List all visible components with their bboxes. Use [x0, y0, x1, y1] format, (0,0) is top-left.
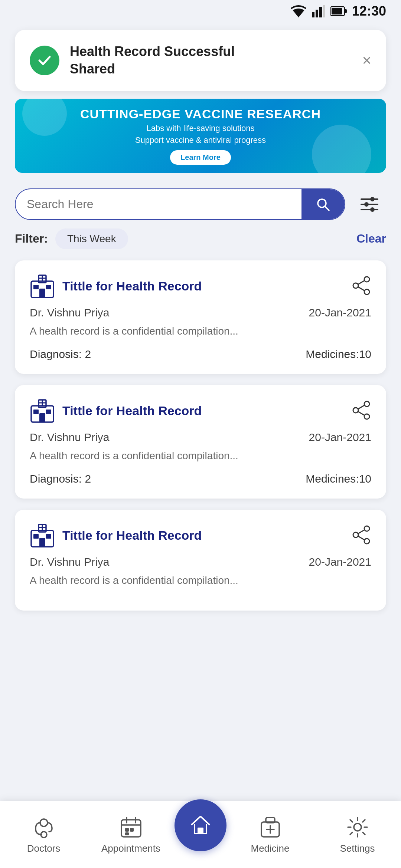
svg-rect-34 [33, 410, 39, 414]
home-icon [187, 812, 214, 839]
share-icon [351, 276, 371, 296]
search-container [15, 188, 386, 221]
card-diagnosis: Diagnosis: 2 [30, 473, 91, 485]
svg-rect-22 [33, 285, 39, 289]
card-doctor-row: Dr. Vishnu Priya 20-Jan-2021 [30, 556, 371, 568]
search-button[interactable] [301, 189, 345, 219]
search-input[interactable] [16, 189, 301, 219]
svg-rect-8 [332, 8, 342, 14]
banner-deco-2 [312, 125, 371, 173]
svg-point-50 [364, 539, 369, 544]
svg-point-14 [364, 202, 369, 207]
card-doctor: Dr. Vishnu Priya [30, 556, 110, 568]
svg-line-27 [358, 280, 365, 284]
svg-rect-46 [33, 534, 39, 539]
record-card: Tittle for Health Record Dr. Vishnu Priy… [15, 260, 386, 374]
card-title-wrap: Tittle for Health Record [30, 274, 202, 299]
svg-line-52 [358, 536, 365, 540]
card-description: A health record is a confidential compil… [30, 323, 371, 339]
banner-learn-more-button[interactable]: Learn More [170, 150, 231, 165]
stethoscope-icon [32, 815, 56, 839]
card-date: 20-Jan-2021 [309, 556, 371, 568]
svg-marker-0 [293, 10, 304, 17]
wifi-icon [290, 5, 307, 17]
hospital-icon [30, 274, 55, 299]
share-button[interactable] [351, 525, 371, 546]
svg-rect-21 [39, 289, 45, 297]
svg-rect-45 [39, 538, 45, 547]
svg-point-53 [40, 819, 48, 826]
svg-point-16 [370, 207, 375, 212]
svg-line-51 [358, 530, 365, 533]
notification-banner: Health Record Successful Shared × [15, 30, 386, 91]
svg-line-10 [325, 206, 329, 210]
card-medicines: Medicines:10 [306, 348, 371, 361]
card-title: Tittle for Health Record [62, 528, 202, 543]
status-bar: 12:30 [0, 0, 401, 22]
svg-rect-3 [316, 10, 318, 17]
nav-home-button[interactable] [175, 799, 226, 851]
signal-icon [312, 5, 325, 17]
share-icon [351, 525, 371, 545]
record-card: Tittle for Health Record Dr. Vishnu Priy… [15, 510, 386, 611]
card-medicines: Medicines:10 [306, 473, 371, 485]
svg-point-12 [370, 197, 375, 201]
svg-rect-7 [345, 9, 347, 13]
filter-clear-button[interactable]: Clear [356, 232, 386, 246]
svg-rect-62 [198, 828, 203, 834]
card-header: Tittle for Health Record [30, 523, 371, 548]
svg-point-37 [353, 408, 358, 413]
svg-rect-47 [46, 534, 51, 539]
nav-item-appointments[interactable]: Appointments [87, 815, 175, 854]
card-description: A health record is a confidential compil… [30, 448, 371, 464]
svg-line-39 [358, 405, 365, 409]
nav-label-doctors: Doctors [27, 843, 61, 854]
nav-item-settings[interactable]: Settings [314, 815, 401, 854]
nav-label-settings: Settings [340, 843, 375, 854]
card-footer: Diagnosis: 2 Medicines:10 [30, 348, 371, 361]
svg-rect-4 [319, 7, 322, 17]
notification-left: Health Record Successful Shared [30, 43, 235, 78]
share-icon [351, 400, 371, 420]
svg-rect-5 [323, 5, 325, 17]
filter-icon [358, 193, 381, 216]
share-button[interactable] [351, 400, 371, 422]
filter-row: Filter: This Week Clear [15, 228, 386, 249]
svg-line-28 [358, 287, 365, 290]
hospital-icon [30, 523, 55, 548]
card-title-wrap: Tittle for Health Record [30, 398, 202, 424]
banner-content: Cutting-edge Vaccine Research Labs with … [80, 107, 321, 165]
card-title-wrap: Tittle for Health Record [30, 523, 202, 548]
svg-line-40 [358, 411, 365, 415]
card-doctor-row: Dr. Vishnu Priya 20-Jan-2021 [30, 431, 371, 444]
status-time: 12:30 [352, 3, 386, 19]
nav-item-medicine[interactable]: Medicine [226, 815, 314, 854]
banner-title: Cutting-edge Vaccine Research [80, 107, 321, 121]
svg-point-26 [364, 289, 369, 295]
svg-point-48 [364, 526, 369, 531]
card-date: 20-Jan-2021 [309, 431, 371, 444]
search-icon [315, 196, 331, 213]
banner-image: Cutting-edge Vaccine Research Labs with … [15, 99, 386, 173]
card-description: A health record is a confidential compil… [30, 573, 371, 588]
hospital-icon [30, 398, 55, 424]
svg-rect-60 [130, 828, 134, 832]
nav-item-doctors[interactable]: Doctors [0, 815, 87, 854]
svg-point-67 [354, 823, 361, 831]
filter-icon-button[interactable] [353, 188, 386, 221]
card-footer: Diagnosis: 2 Medicines:10 [30, 473, 371, 485]
svg-rect-35 [46, 410, 51, 414]
search-input-wrap [15, 188, 345, 220]
settings-icon [346, 815, 369, 839]
share-button[interactable] [351, 276, 371, 297]
card-header: Tittle for Health Record [30, 398, 371, 424]
svg-rect-23 [46, 285, 51, 289]
card-diagnosis: Diagnosis: 2 [30, 348, 91, 361]
svg-rect-33 [39, 413, 45, 422]
medicine-icon [258, 815, 282, 839]
nav-label-medicine: Medicine [251, 843, 289, 854]
svg-point-36 [364, 401, 369, 407]
filter-chip-this-week[interactable]: This Week [55, 228, 128, 249]
notification-close-button[interactable]: × [362, 53, 371, 68]
svg-point-49 [353, 532, 358, 537]
